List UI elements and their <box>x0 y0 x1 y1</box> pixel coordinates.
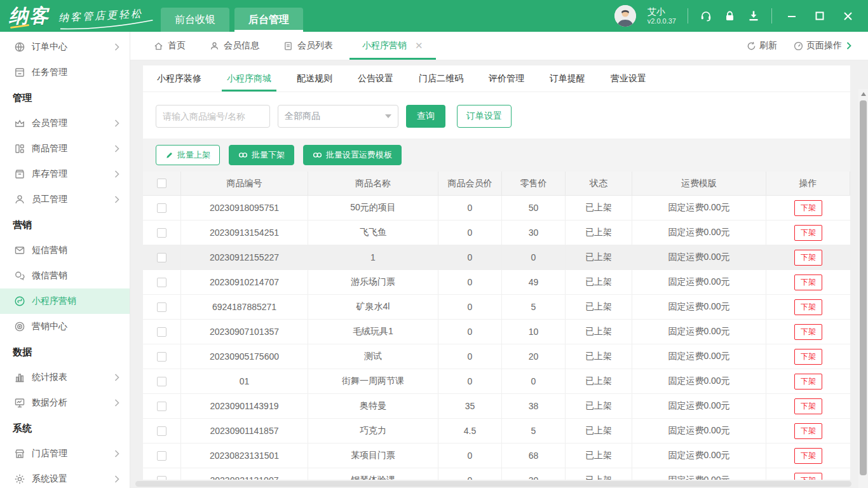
row-checkbox[interactable] <box>157 203 166 213</box>
subtab-delivery-rules[interactable]: 配送规则 <box>297 65 332 92</box>
status: 已上架 <box>566 419 632 443</box>
sidebar-item-statistics-report[interactable]: 统计报表 <box>0 365 130 390</box>
sidebar-item-label: 门店管理 <box>32 448 67 459</box>
lock-icon[interactable] <box>724 10 736 22</box>
subtab-announcement-settings[interactable]: 公告设置 <box>358 65 393 92</box>
take-down-button[interactable]: 下架 <box>794 448 822 464</box>
subtab-business-settings[interactable]: 营业设置 <box>611 65 646 92</box>
maximize-button[interactable] <box>815 11 824 20</box>
order-settings-button[interactable]: 订单设置 <box>457 105 512 128</box>
sidebar-item-miniprogram-marketing[interactable]: 小程序营销 <box>0 288 130 314</box>
minimize-button[interactable] <box>787 11 796 20</box>
product-name: 游乐场门票 <box>308 270 438 294</box>
horizontal-scrollbar-thumb[interactable] <box>135 481 851 487</box>
sidebar-item-label: 小程序营销 <box>32 295 76 307</box>
row-checkbox[interactable] <box>157 476 166 480</box>
take-down-button[interactable]: 下架 <box>794 423 822 439</box>
sidebar-item-sms-marketing[interactable]: 短信营销 <box>0 238 130 263</box>
download-icon[interactable] <box>747 10 760 22</box>
chevron-right-icon <box>114 196 119 203</box>
sidebar-item-order-center[interactable]: 订单中心 <box>0 34 130 60</box>
row-checkbox[interactable] <box>157 451 166 461</box>
member-price: 0 <box>438 245 502 269</box>
batch-unpublish-button[interactable]: 批量下架 <box>229 145 294 165</box>
subtab-miniprogram-mall[interactable]: 小程序商城 <box>227 65 271 92</box>
header-product-code: 商品编号 <box>181 172 308 195</box>
mode-switch-tabs: 前台收银 后台管理 <box>161 0 303 32</box>
row-checkbox[interactable] <box>157 377 166 386</box>
row-checkbox[interactable] <box>157 352 166 362</box>
inventory-box-icon <box>14 168 25 180</box>
select-all-checkbox[interactable] <box>157 179 166 188</box>
row-checkbox[interactable] <box>157 278 166 287</box>
take-down-button[interactable]: 下架 <box>794 200 822 216</box>
tab-close-icon[interactable]: ✕ <box>415 40 423 51</box>
sidebar-item-store-management[interactable]: 门店管理 <box>0 441 130 466</box>
divider <box>688 8 688 24</box>
sidebar-item-system-settings[interactable]: 系统设置 <box>0 466 130 488</box>
retail-price: 0 <box>502 369 566 393</box>
row-checkbox[interactable] <box>157 228 166 238</box>
sidebar-item-task-management[interactable]: 任务管理 <box>0 60 130 85</box>
sidebar-item-wechat-marketing[interactable]: 微信营销 <box>0 263 130 288</box>
take-down-button[interactable]: 下架 <box>794 225 822 241</box>
batch-freight-template-button[interactable]: 批量设置运费模板 <box>303 145 402 165</box>
sidebar-item-label: 短信营销 <box>32 245 67 256</box>
row-checkbox[interactable] <box>157 302 166 312</box>
sidebar-item-data-analysis[interactable]: 数据分析 <box>0 390 130 416</box>
refresh-button[interactable]: 刷新 <box>747 40 777 51</box>
batch-publish-button[interactable]: 批量上架 <box>156 145 220 165</box>
take-down-button[interactable]: 下架 <box>794 274 822 290</box>
take-down-button[interactable]: 下架 <box>794 349 822 365</box>
member-price: 4.5 <box>438 419 502 443</box>
take-down-button[interactable]: 下架 <box>794 299 822 315</box>
product-category-select[interactable]: 全部商品 <box>278 105 398 128</box>
row-checkbox[interactable] <box>157 426 166 436</box>
sidebar-item-staff-management[interactable]: 员工管理 <box>0 187 130 212</box>
sidebar-item-inventory-management[interactable]: 库存管理 <box>0 161 130 187</box>
status: 已上架 <box>566 320 632 344</box>
sidebar-item-label: 系统设置 <box>32 473 67 485</box>
take-down-button[interactable]: 下架 <box>794 374 822 390</box>
avatar[interactable] <box>614 5 636 27</box>
product-search-input[interactable] <box>156 105 270 128</box>
header-retail-price: 零售价 <box>502 172 566 195</box>
page-operations-button[interactable]: 页面操作 <box>794 40 851 51</box>
sidebar-item-member-management[interactable]: 会员管理 <box>0 111 130 136</box>
product-code: 20230907101357 <box>181 320 308 344</box>
take-down-button[interactable]: 下架 <box>794 250 822 266</box>
tab-frontdesk-cashier[interactable]: 前台收银 <box>161 8 229 32</box>
scroll-up-arrow[interactable] <box>858 89 868 98</box>
sidebar-item-marketing-center[interactable]: 营销中心 <box>0 314 130 339</box>
brand-slogan: 纳客管店更轻松 <box>58 7 144 25</box>
subtab-order-reminder[interactable]: 订单提醒 <box>550 65 585 92</box>
page-operations-label: 页面操作 <box>806 40 842 51</box>
page-tab-member-info[interactable]: 会员信息 <box>202 32 267 60</box>
table-row: 20230823131501 某项目门票 0 68 已上架 固定运费0.00元 … <box>143 444 850 468</box>
close-button[interactable] <box>843 11 853 21</box>
vertical-scrollbar[interactable] <box>858 89 868 488</box>
take-down-button[interactable]: 下架 <box>794 473 822 480</box>
member-price: 35 <box>438 394 502 418</box>
customer-service-icon[interactable] <box>700 10 712 22</box>
table-row: 6924187885271 矿泉水4l 0 5 已上架 固定运费0.00元 下架 <box>143 295 850 320</box>
page-tab-member-list[interactable]: 会员列表 <box>276 32 341 60</box>
tab-backend-management[interactable]: 后台管理 <box>234 8 303 32</box>
subtab-review-management[interactable]: 评价管理 <box>489 65 524 92</box>
query-button[interactable]: 查询 <box>406 105 445 128</box>
vertical-scrollbar-thumb[interactable] <box>860 100 867 475</box>
page-tab-home[interactable]: 首页 <box>146 32 193 60</box>
row-checkbox[interactable] <box>157 253 166 262</box>
page-tab-miniprogram-marketing[interactable]: 小程序营销 ✕ <box>349 32 436 60</box>
take-down-button[interactable]: 下架 <box>794 324 822 340</box>
member-price: 0 <box>438 344 502 369</box>
product-table: 商品编号 商品名称 商品会员价 零售价 状态 运费模版 操作 202309180… <box>143 172 850 480</box>
sidebar-item-product-management[interactable]: 商品管理 <box>0 136 130 161</box>
page-tab-bar: 首页 会员信息 会员列表 小程序营销 ✕ 刷新 <box>130 32 868 60</box>
take-down-button[interactable]: 下架 <box>794 398 822 414</box>
subtab-miniprogram-decoration[interactable]: 小程序装修 <box>157 65 201 92</box>
sidebar: 订单中心 任务管理 管理 会员管理 商品管理 库存管理 <box>0 32 130 488</box>
row-checkbox[interactable] <box>157 327 166 337</box>
row-checkbox[interactable] <box>157 402 166 411</box>
subtab-store-qrcode[interactable]: 门店二维码 <box>419 65 463 92</box>
